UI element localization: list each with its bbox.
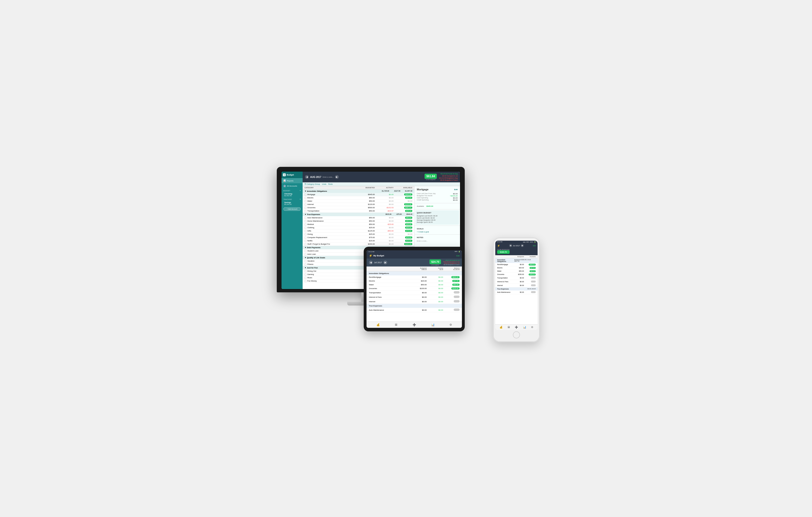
row-checkbox[interactable] <box>304 250 307 252</box>
group-name: ▼ Quality of Life Goals <box>304 257 325 259</box>
row-checkbox[interactable] <box>304 224 307 225</box>
prev-month-button[interactable]: ◀ <box>305 175 309 179</box>
row-checkbox[interactable] <box>304 237 307 238</box>
row-checkbox[interactable] <box>304 263 307 265</box>
redo-button[interactable]: Redo <box>328 183 333 185</box>
row-checkbox[interactable] <box>304 270 307 272</box>
table-row: Water $50.00 $0.00 $0.00 <box>302 200 414 203</box>
qb-avg-budgeted: Average Budgeted: $0.00 <box>417 219 435 221</box>
iphone-row-budgeted: $0.00 <box>512 264 524 265</box>
iphone-footer-budget-icon[interactable]: 💰 <box>499 326 503 329</box>
budgeted-cell: $945.00 <box>356 193 375 196</box>
iphone-footer-reports-icon[interactable]: 📊 <box>523 326 526 329</box>
row-checkbox[interactable] <box>304 260 307 262</box>
row-checkbox[interactable] <box>304 240 307 242</box>
iphone-prev-month[interactable]: ◀ <box>509 244 512 247</box>
sidebar-item-reports[interactable]: 📊 Reports <box>282 178 302 183</box>
row-checkbox[interactable] <box>304 243 307 245</box>
row-checkbox[interactable] <box>304 277 307 279</box>
ipad-table-row: Electric $20.00 $0.00 $27.55 <box>367 279 462 283</box>
budget-label: to be budgeted <box>425 179 437 180</box>
iphone-row-budgeted: $0.00 <box>512 285 524 286</box>
ipad-row-budgeted: $0.00 <box>410 292 427 294</box>
row-checkbox[interactable] <box>304 280 307 282</box>
ipad-row-activity: $0.00 <box>427 300 443 303</box>
ipad-status-icons: WiFi 🔋 <box>455 251 460 252</box>
qb-avg-spent: Average Spent: $0.00 <box>417 221 433 223</box>
iphone-footer-settings-icon[interactable]: ⚙ <box>531 326 533 329</box>
row-checkbox[interactable] <box>304 253 307 255</box>
ipad-footer-settings-icon[interactable]: ⚙ <box>450 323 452 326</box>
ipad-edit-button[interactable]: Edit <box>456 255 460 257</box>
table-row: Internet $120.00 $0.00 $120.00 <box>302 203 414 206</box>
iphone-row-toggle[interactable] <box>524 277 536 279</box>
category-name: Computer Replacement <box>304 236 356 238</box>
notes-area[interactable]: Enter a note... <box>414 239 460 243</box>
add-account-button[interactable]: + Add Account <box>283 207 301 211</box>
available-label: Available <box>417 205 424 207</box>
ipad-row-toggle[interactable] <box>443 296 460 298</box>
row-checkbox[interactable] <box>304 274 307 276</box>
sidebar-savings[interactable]: Savings $5,200.00 <box>282 201 302 206</box>
category-group-button[interactable]: ☰ Category Group <box>304 183 320 185</box>
available-cell: $25.00 <box>394 227 412 229</box>
available-cell: $75.00 <box>394 236 412 238</box>
ipad-row-toggle[interactable] <box>443 291 460 294</box>
panel-edit-button[interactable]: Edit <box>454 189 458 191</box>
row-checkbox[interactable] <box>304 194 307 196</box>
budgeted-cell: $125.00 <box>356 230 375 232</box>
ipad-footer-budget-icon[interactable]: 💰 <box>376 323 380 326</box>
row-checkbox[interactable] <box>304 197 307 199</box>
ipad-screen: 10:12 AM WiFi 🔋 ⚡ My Budget Edit <box>367 250 462 328</box>
ipad-prev-month[interactable]: ◀ <box>369 261 373 264</box>
table-row: Netflix $15.00 $0.00 $15.00 <box>302 239 414 242</box>
quick-budget-section: QUICK BUDGET Budgeted Last Month: $0.00 … <box>415 210 459 225</box>
iphone-group-true-expenses: True Expenses $0.00 | $0.00 <box>495 287 538 290</box>
ipad-row-toggle[interactable] <box>443 309 460 311</box>
battery-icon: 🔋 <box>458 251 460 252</box>
iphone-home-button[interactable] <box>513 332 520 338</box>
ipad-footer-accounts-icon[interactable]: 🏛 <box>395 323 398 326</box>
row-checkbox[interactable] <box>304 203 307 205</box>
iphone-row-toggle[interactable] <box>524 291 536 293</box>
category-name: Auto Maintenance <box>304 217 356 219</box>
category-name: Stuff I Forgot to Budget For <box>304 243 356 245</box>
ipad-next-month[interactable]: ▶ <box>383 261 387 264</box>
ipad-outer: 10:12 AM WiFi 🔋 ⚡ My Budget Edit <box>364 247 465 332</box>
row-checkbox[interactable] <box>304 207 307 209</box>
ipad-footer-reports-icon[interactable]: 📊 <box>431 323 435 326</box>
row-checkbox[interactable] <box>304 233 307 235</box>
budget-icon: B <box>283 173 286 176</box>
row-checkbox[interactable] <box>304 217 307 219</box>
iphone-row-toggle[interactable] <box>524 284 536 286</box>
activity-cell: $0.00 <box>375 243 394 245</box>
ipad-row-toggle[interactable] <box>443 300 460 303</box>
row-checkbox[interactable] <box>304 200 307 202</box>
activity-cell: -$102.53 <box>375 207 394 209</box>
sidebar-item-all-accounts[interactable]: 🏦 All Accounts <box>282 183 302 189</box>
group-available: $540.00 <box>406 213 412 216</box>
iphone-row-toggle[interactable] <box>524 281 536 283</box>
iphone-footer-accounts-icon[interactable]: 🏛 <box>508 326 510 329</box>
iphone-screen: 9:41 AM ●●● WiFi 100% 🔋 ⚡ ◀ Jul 2017 <box>495 241 538 330</box>
iphone-edit-button[interactable]: Edit <box>533 245 536 247</box>
category-group-label: Category Group <box>307 183 320 185</box>
ipad-footer-add-icon[interactable]: ➕ <box>413 323 416 326</box>
toolbar: ☰ Category Group Undo Redo <box>302 182 460 186</box>
row-checkbox[interactable] <box>304 230 307 232</box>
ipad-header: ⚡ My Budget Edit <box>367 253 462 258</box>
budgeted-info: -$3,214.99 Budgeted in Aug <box>439 177 458 179</box>
iphone-next-month[interactable]: ▶ <box>521 244 524 247</box>
create-goal-button[interactable]: + Create a goal <box>414 230 460 233</box>
current-month: AUG 2017 <box>310 176 321 178</box>
iphone-footer-add-icon[interactable]: ➕ <box>515 326 518 329</box>
row-checkbox[interactable] <box>304 220 307 222</box>
row-checkbox[interactable] <box>304 210 307 212</box>
undo-button[interactable]: Undo <box>322 183 326 185</box>
next-month-button[interactable]: ▶ <box>335 175 339 179</box>
row-checkbox[interactable] <box>304 227 307 229</box>
category-name: Transportation <box>304 210 356 212</box>
ipad-row-budgeted: $0.00 <box>410 300 427 303</box>
budgeted-cell: $50.00 <box>356 210 375 212</box>
sidebar-checking[interactable]: Checking $2,992.96 <box>282 192 302 197</box>
